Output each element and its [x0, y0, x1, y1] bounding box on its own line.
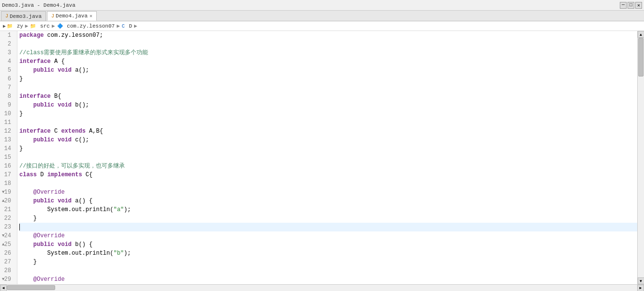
fold-indicator-20[interactable]: ▲ [2, 197, 4, 205]
scroll-track-v[interactable] [638, 38, 644, 277]
line-num-20: ▲20 [2, 197, 13, 205]
code-line-15[interactable] [19, 153, 637, 162]
scroll-up-button[interactable]: ▲ [638, 31, 644, 38]
token [19, 188, 33, 197]
token: c(); [72, 136, 89, 144]
code-line-24[interactable]: @Override [19, 231, 637, 240]
restore-button[interactable]: □ [628, 2, 634, 9]
code-line-2[interactable] [19, 40, 637, 48]
token: interface [19, 57, 51, 66]
code-line-18[interactable] [19, 179, 637, 188]
token: void [58, 101, 72, 109]
code-line-1[interactable]: package com.zy.lesson07; [19, 31, 637, 40]
tab-demo4-label: Demo4.java [56, 13, 88, 19]
scroll-left-button[interactable]: ◀ [0, 285, 7, 291]
token: //class需要使用多重继承的形式来实现多个功能 [19, 48, 148, 57]
scroll-thumb-v[interactable] [638, 38, 644, 77]
line-num-28: 28 [2, 266, 13, 275]
scroll-right-button[interactable]: ▶ [637, 285, 644, 291]
line-num-16: 16 [2, 162, 13, 170]
token: System.out.println( [19, 249, 113, 258]
token: @Override [33, 188, 65, 197]
code-line-11[interactable] [19, 118, 637, 127]
code-line-7[interactable] [19, 83, 637, 92]
line-num-10: 10 [2, 109, 13, 118]
fold-indicator-24[interactable]: ▼ [2, 231, 4, 240]
code-line-20[interactable]: public void a() { [19, 197, 637, 205]
token: implements [47, 170, 82, 179]
fold-indicator-19[interactable]: ▼ [2, 188, 4, 197]
token: @Override [33, 275, 65, 284]
code-line-22[interactable]: } [19, 214, 637, 223]
title-bar: Demo3.java - Demo4.java ─ □ ✕ [0, 0, 644, 11]
code-line-23[interactable] [19, 223, 637, 231]
code-line-29[interactable]: @Override [19, 275, 637, 284]
code-line-10[interactable]: } [19, 109, 637, 118]
window-controls[interactable]: ─ □ ✕ [620, 2, 642, 9]
line-num-26: 26 [2, 249, 13, 258]
line-num-7: 7 [2, 83, 13, 92]
vertical-scrollbar[interactable]: ▲ ▼ [637, 31, 644, 284]
token: @Override [33, 231, 65, 240]
line-num-9: 9 [2, 101, 13, 109]
token [19, 275, 33, 284]
code-line-3[interactable]: //class需要使用多重继承的形式来实现多个功能 [19, 48, 637, 57]
token: } [19, 144, 23, 153]
token: void [58, 66, 72, 75]
scroll-thumb-h[interactable] [7, 285, 55, 290]
line-num-5: 5 [2, 66, 13, 75]
token: public [33, 197, 54, 205]
scroll-track-h[interactable] [7, 285, 637, 291]
token: public [33, 66, 54, 75]
fold-indicator-29[interactable]: ▼ [2, 275, 4, 284]
code-line-9[interactable]: public void b(); [19, 101, 637, 109]
breadcrumb-item-src[interactable]: 📁 src [30, 23, 49, 29]
code-line-30[interactable]: public void c() { [19, 284, 637, 284]
code-line-16[interactable]: //接口的好处，可以多实现，也可多继承 [19, 162, 637, 170]
code-line-13[interactable]: public void c(); [19, 136, 637, 144]
tab-demo3[interactable]: J Demo3.java [1, 11, 46, 21]
token: void [58, 136, 72, 144]
code-line-8[interactable]: interface B{ [19, 92, 637, 101]
fold-indicator-25[interactable]: ▲ [2, 240, 4, 249]
breadcrumb-item-package[interactable]: 🔷 com.zy.lesson07 [57, 23, 115, 29]
line-num-3: 3 [2, 48, 13, 57]
code-line-26[interactable]: System.out.println("b"); [19, 249, 637, 258]
fold-indicator-30[interactable]: ▲ [2, 284, 4, 284]
token: public [33, 284, 54, 284]
token [19, 101, 33, 109]
token: a() { [72, 197, 92, 205]
token: } [19, 75, 23, 83]
code-line-25[interactable]: public void b() { [19, 240, 637, 249]
line-num-15: 15 [2, 153, 13, 162]
breadcrumb-sep-1: ▶ [25, 23, 29, 29]
code-line-21[interactable]: System.out.println("a"); [19, 205, 637, 214]
breadcrumb-item-zy[interactable]: 📁 zy [7, 23, 23, 29]
line-num-24: ▼24 [2, 231, 13, 240]
code-line-14[interactable]: } [19, 144, 637, 153]
token [19, 136, 33, 144]
code-area[interactable]: package com.zy.lesson07;//class需要使用多重继承的… [17, 31, 637, 284]
line-num-4: 4 [2, 57, 13, 66]
code-line-19[interactable]: @Override [19, 188, 637, 197]
code-line-28[interactable] [19, 266, 637, 275]
minimize-button[interactable]: ─ [620, 2, 627, 9]
scroll-down-button[interactable]: ▼ [638, 277, 644, 284]
code-line-4[interactable]: interface A { [19, 57, 637, 66]
code-line-27[interactable]: } [19, 258, 637, 266]
breadcrumb-arrow-1: ▶ [3, 23, 6, 29]
tab-close-button[interactable]: ✕ [90, 13, 92, 19]
tab-demo4[interactable]: J Demo4.java ✕ [47, 11, 97, 21]
token: interface [19, 127, 51, 136]
code-line-12[interactable]: interface C extends A,B{ [19, 127, 637, 136]
token: void [58, 240, 72, 249]
close-button[interactable]: ✕ [635, 2, 642, 9]
horizontal-scrollbar[interactable]: ◀ ▶ [0, 284, 644, 291]
code-line-6[interactable]: } [19, 75, 637, 83]
token: public [33, 136, 54, 144]
token: extends [61, 127, 85, 136]
code-line-17[interactable]: class D implements C{ [19, 170, 637, 179]
breadcrumb-item-class[interactable]: C D [122, 23, 132, 29]
code-line-5[interactable]: public void a(); [19, 66, 637, 75]
line-num-14: 14 [2, 144, 13, 153]
